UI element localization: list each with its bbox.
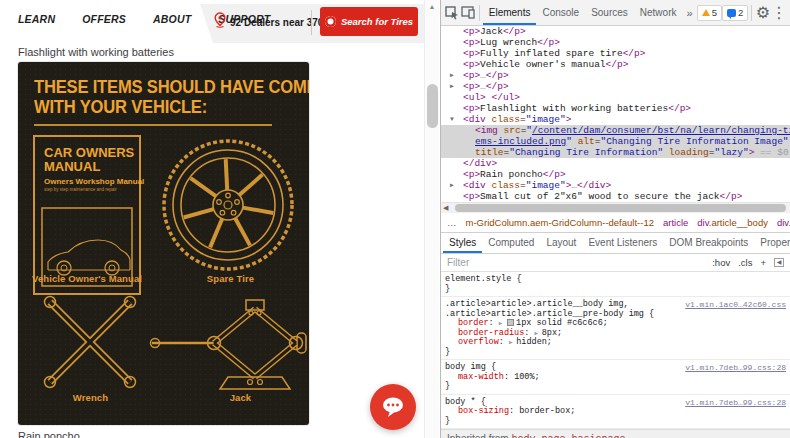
nav-item-about[interactable]: ABOUT — [153, 13, 191, 25]
toggle-hov[interactable]: :hov — [712, 257, 730, 268]
inherited-selector-link[interactable]: body.page.basicpage — [511, 434, 625, 438]
devtools-tabs: ElementsConsoleSourcesNetwork — [483, 0, 683, 25]
dom-tree-line[interactable]: <p>Vehicle owner's manual</p> — [441, 59, 790, 70]
code-token: </div> — [577, 180, 611, 191]
pane-layout-icon[interactable]: ◀ — [774, 258, 784, 267]
dom-tree-line[interactable]: <img src="/content/dam/consumer/bst/na/l… — [441, 125, 790, 136]
breadcrumb-segment: .article__body — [709, 217, 768, 228]
code-token: </p> — [543, 169, 566, 180]
breadcrumb-item[interactable]: m-GridColumn.aem-GridColumn--default--12 — [466, 217, 654, 228]
styles-tab-event-listeners[interactable]: Event Listeners — [582, 233, 663, 253]
style-property[interactable]: box-sizing: border-box; — [445, 407, 786, 417]
rule-close-brace: } — [445, 348, 786, 358]
dom-tree-line[interactable]: <p>Jack</p> — [441, 26, 790, 37]
scroll-left-arrow-icon[interactable]: ◀ — [443, 204, 448, 212]
breadcrumb-segment: div — [777, 217, 788, 228]
kebab-menu-icon[interactable]: ⋮ — [771, 3, 787, 23]
dom-tree-line[interactable]: <p>Flashlight with working batteries</p> — [441, 103, 790, 114]
dom-tree-line[interactable]: ▶<p>…</p> — [441, 70, 790, 81]
tab-network[interactable]: Network — [634, 0, 683, 25]
expand-property-icon[interactable]: ▶ — [499, 320, 506, 327]
code-token: <img — [475, 125, 498, 136]
dom-tree-line[interactable]: </div> — [441, 158, 790, 169]
code-token: class — [492, 114, 521, 125]
messages-badge[interactable]: 2 — [722, 5, 748, 21]
tab-sources[interactable]: Sources — [585, 0, 634, 25]
elements-horizontal-scrollbar[interactable]: ◀ — [441, 202, 790, 213]
dom-tree-line[interactable]: title="Changing Tire Information" loadin… — [441, 147, 790, 158]
tab-console[interactable]: Console — [536, 0, 585, 25]
code-token: </p> — [486, 70, 509, 81]
dom-tree-line[interactable]: <ul> </ul> — [441, 92, 790, 103]
style-property[interactable]: max-width: 100%; — [445, 373, 786, 383]
inspect-element-icon[interactable] — [444, 3, 460, 23]
breadcrumb-item[interactable]: article — [663, 217, 688, 228]
warnings-badge[interactable]: 5 — [697, 5, 722, 21]
code-token: <p> — [463, 169, 480, 180]
breadcrumb-item[interactable]: div.article__body — [697, 217, 768, 228]
more-tabs-icon[interactable]: » — [683, 7, 697, 19]
nav-item-offers[interactable]: OFFERS — [82, 13, 126, 25]
toolbar-divider — [751, 5, 752, 21]
rule-close-brace: } — [445, 417, 786, 427]
stylesheet-link[interactable]: v1.min.7deb…99.css:28 — [685, 398, 786, 408]
expand-arrow-icon[interactable]: ▶ — [450, 180, 454, 191]
code-token: </p> — [668, 103, 691, 114]
nav-item-learn[interactable]: LEARN — [18, 13, 55, 25]
element-style-rule: element.style { } — [441, 272, 790, 297]
warning-triangle-icon — [702, 9, 710, 16]
rule-selector[interactable]: element.style { — [445, 275, 786, 285]
breadcrumb-item[interactable]: … — [447, 217, 457, 228]
styles-tab-dom-breakpoints[interactable]: DOM Breakpoints — [663, 233, 754, 253]
dom-tree-line[interactable]: <p>Fully inflated spare tire</p> — [441, 48, 790, 59]
dom-tree-line[interactable]: ▶<div class="image">…</div> — [441, 180, 790, 191]
property-name[interactable]: box-sizing — [458, 406, 509, 416]
web-page: LEARN OFFERS ABOUT SUPPORT 92 Dealers ne… — [0, 0, 424, 438]
dom-tree-line[interactable]: <p>Rain poncho</p> — [441, 169, 790, 180]
property-name[interactable]: max-width — [458, 372, 504, 382]
property-value[interactable]: border-box; — [519, 406, 575, 416]
stylesheet-link[interactable]: v1.min.1ac0…42c60.css — [685, 300, 786, 310]
styles-filter-input[interactable]: Filter — [447, 257, 469, 268]
color-swatch[interactable] — [507, 319, 514, 326]
dom-tree-line[interactable]: ems-included.png" alt="Changing Tire Inf… — [441, 136, 790, 147]
expand-arrow-icon[interactable]: ▶ — [450, 81, 454, 92]
page-scrollbar[interactable]: ▲ — [424, 0, 439, 438]
scroll-up-arrow-icon[interactable]: ▲ — [425, 0, 439, 14]
dom-tree-line[interactable]: <p>Small cut of 2"x6" wood to secure the… — [441, 191, 790, 202]
code-token: Fully inflated spare tire — [480, 48, 623, 59]
property-name[interactable]: border — [458, 318, 489, 328]
property-name[interactable]: overflow — [458, 337, 499, 347]
chat-fab-button[interactable] — [370, 384, 416, 430]
dom-tree-line[interactable]: <p>Lug wrench</p> — [441, 37, 790, 48]
stylesheet-link[interactable]: v1.min.7deb…99.css:28 — [685, 363, 786, 373]
device-toolbar-icon[interactable] — [460, 3, 476, 23]
property-value[interactable]: hidden; — [516, 337, 552, 347]
expand-property-icon[interactable]: ▶ — [535, 330, 542, 337]
label-jack: Jack — [178, 392, 303, 403]
tire-icon — [325, 16, 336, 27]
toggle-cls[interactable]: .cls — [738, 257, 752, 268]
expand-arrow-icon[interactable]: ▶ — [450, 70, 454, 81]
styles-tab-properties[interactable]: Properties — [754, 233, 790, 253]
property-value[interactable]: 100%; — [514, 372, 540, 382]
styles-tab-layout[interactable]: Layout — [540, 233, 582, 253]
book-subheading: Owners Workshop Manual — [44, 178, 144, 186]
new-style-rule-button[interactable]: + — [760, 257, 766, 268]
style-property[interactable]: overflow: ▶ hidden; — [445, 338, 786, 348]
breadcrumb-item[interactable]: div.image — [777, 217, 790, 228]
styles-tab-computed[interactable]: Computed — [482, 233, 540, 253]
styles-tab-styles[interactable]: Styles — [443, 233, 482, 253]
dom-tree-line[interactable]: ▼<div class="image"> — [441, 114, 790, 125]
settings-gear-icon[interactable]: ⚙ — [755, 3, 771, 23]
property-value[interactable]: 1px solid #c6c6c6; — [516, 318, 608, 328]
dom-tree-line[interactable]: ▶<p>…</p> — [441, 81, 790, 92]
property-name[interactable]: border-radius — [458, 328, 524, 338]
tab-elements[interactable]: Elements — [483, 0, 537, 25]
dealers-near-link[interactable]: 92 Dealers near 37040 — [230, 17, 335, 28]
page-scrollbar-thumb[interactable] — [427, 84, 438, 128]
hscrollbar-thumb[interactable] — [455, 204, 786, 212]
search-for-tires-button[interactable]: Search for Tires — [320, 7, 418, 36]
collapse-arrow-icon[interactable]: ▼ — [450, 114, 454, 125]
property-value[interactable]: 8px; — [542, 328, 562, 338]
